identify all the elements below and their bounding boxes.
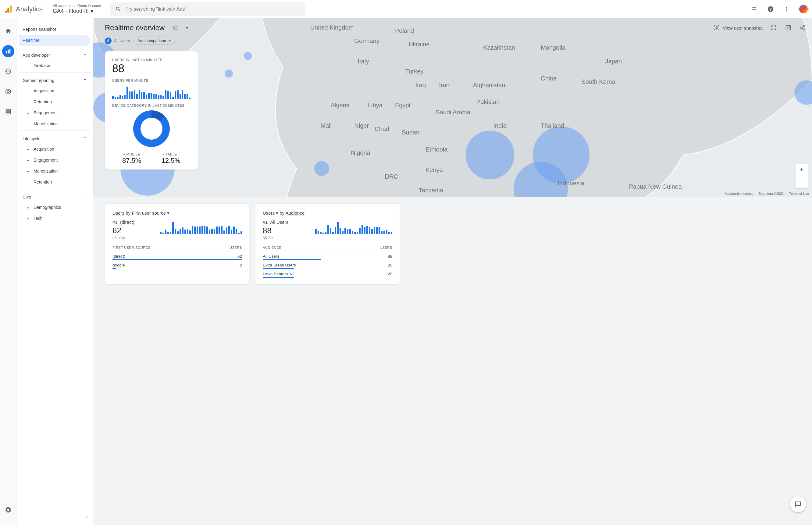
map-shortcuts-link[interactable]: Keyboard shortcuts bbox=[724, 192, 753, 195]
map-label: Afghanistan bbox=[473, 82, 505, 88]
device-mobile-pct: 87.5% bbox=[122, 157, 141, 165]
breadcrumb: All accounts › Demo Account bbox=[53, 4, 101, 8]
search-bar[interactable] bbox=[110, 2, 305, 16]
insights-icon[interactable] bbox=[784, 24, 792, 31]
nav-realtime[interactable]: Realtime bbox=[19, 35, 91, 46]
apps-icon[interactable] bbox=[751, 5, 759, 13]
nav-section-user[interactable]: User⌃ bbox=[19, 189, 91, 202]
table-row[interactable]: Extra Steps Users20 bbox=[263, 260, 392, 269]
svg-rect-6 bbox=[754, 9, 756, 10]
nav-section-games-reporting[interactable]: Games reporting⌃ bbox=[19, 73, 91, 85]
nav-item-retention[interactable]: Retention bbox=[19, 177, 91, 188]
view-user-snapshot-button[interactable]: View user snapshot bbox=[714, 25, 763, 31]
caret-down-icon[interactable]: ▾ bbox=[186, 25, 188, 30]
users-per-min-chart bbox=[112, 85, 190, 99]
map-label: Chad bbox=[374, 125, 389, 132]
svg-rect-18 bbox=[6, 110, 10, 111]
map-label: Kazakhstan bbox=[483, 44, 515, 51]
map-label: Turkey bbox=[405, 68, 423, 75]
source-card-title[interactable]: Users by First user source ▾ bbox=[112, 210, 242, 216]
map-label: Iran bbox=[439, 82, 449, 88]
table-row[interactable]: google2 bbox=[112, 260, 242, 269]
source-rank-value: 62 bbox=[112, 226, 134, 235]
nav-reports-snapshot[interactable]: Reports snapshot bbox=[19, 24, 91, 35]
svg-point-25 bbox=[465, 131, 514, 179]
nav-item-acquisition[interactable]: ▸Acquisition bbox=[19, 144, 91, 154]
svg-rect-14 bbox=[9, 49, 10, 54]
map-label: Italy bbox=[358, 58, 369, 65]
share-icon[interactable] bbox=[799, 24, 807, 31]
search-icon bbox=[115, 6, 121, 12]
source-spark-chart bbox=[140, 220, 242, 234]
map-terms-link[interactable]: Terms of Use bbox=[789, 192, 809, 195]
chevron-up-icon: ⌃ bbox=[83, 195, 87, 199]
home-icon[interactable] bbox=[2, 25, 14, 37]
audience-spark-chart bbox=[294, 220, 392, 234]
nav-item-engagement[interactable]: ▸Engagement bbox=[19, 107, 91, 118]
nav-item-tech[interactable]: ▸Tech bbox=[19, 213, 91, 224]
audience-rank-value: 88 bbox=[263, 226, 288, 235]
svg-point-35 bbox=[804, 25, 805, 27]
nav-item-monetization[interactable]: Monetization bbox=[19, 118, 91, 129]
explore-icon[interactable] bbox=[2, 65, 14, 77]
nav-item-acquisition[interactable]: Acquisition bbox=[19, 85, 91, 96]
svg-point-17 bbox=[7, 90, 9, 92]
chip-letter-icon: A bbox=[105, 38, 111, 44]
logo[interactable]: Analytics bbox=[5, 5, 43, 13]
main-canvas: FinlandSwedenNorwayRussiaUnited KingdomP… bbox=[93, 18, 812, 525]
svg-point-32 bbox=[173, 26, 177, 30]
table-row[interactable]: (direct)62 bbox=[112, 251, 242, 260]
nav-item-monetization[interactable]: ▸Monetization bbox=[19, 166, 91, 177]
nav-item-demographics[interactable]: ▸Demographics bbox=[19, 202, 91, 213]
add-comparison-button[interactable]: Add comparison + bbox=[134, 36, 175, 45]
zoom-in-button[interactable]: + bbox=[796, 164, 808, 176]
audience-card-title[interactable]: Users ▾ by Audience bbox=[263, 210, 392, 216]
nav-section-app-developer[interactable]: App developer⌃ bbox=[19, 47, 91, 60]
map-label: Japan bbox=[606, 58, 622, 65]
table-row[interactable]: Level Beaters_v220 bbox=[263, 269, 392, 278]
search-input[interactable] bbox=[126, 6, 301, 12]
nav-item-engagement[interactable]: ▸Engagement bbox=[19, 154, 91, 166]
svg-point-39 bbox=[798, 505, 798, 505]
advertising-icon[interactable] bbox=[2, 85, 14, 97]
svg-rect-19 bbox=[6, 111, 10, 112]
more-vert-icon[interactable] bbox=[783, 5, 790, 13]
audience-rank-pct: 55.7% bbox=[263, 236, 288, 240]
first-user-source-card: Users by First user source ▾ #1 (direct)… bbox=[105, 204, 250, 284]
account-avatar[interactable] bbox=[799, 4, 808, 14]
zoom-out-button[interactable]: − bbox=[796, 176, 808, 188]
configure-icon[interactable] bbox=[2, 105, 14, 118]
status-ok-icon[interactable] bbox=[170, 22, 181, 33]
feedback-button[interactable] bbox=[790, 496, 806, 512]
property-selector[interactable]: All accounts › Demo Account GA4 - Flood-… bbox=[47, 0, 101, 18]
nav-item-retention[interactable]: Retention bbox=[19, 96, 91, 107]
caret-down-icon: ▾ bbox=[91, 8, 93, 15]
map-label: Egypt bbox=[395, 102, 411, 108]
table-row[interactable]: All Users88 bbox=[263, 251, 392, 260]
help-icon[interactable]: ? bbox=[767, 5, 774, 13]
page-title: Realtime overview bbox=[105, 24, 165, 32]
svg-rect-1 bbox=[7, 8, 9, 13]
map-label: Tanzania bbox=[419, 187, 444, 194]
map-label: Thailand bbox=[541, 122, 564, 129]
realtime-map[interactable]: FinlandSwedenNorwayRussiaUnited KingdomP… bbox=[93, 18, 812, 197]
nav-section-life-cycle[interactable]: Life cycle⌃ bbox=[19, 131, 91, 144]
svg-point-37 bbox=[804, 29, 805, 30]
fullscreen-icon[interactable] bbox=[770, 24, 777, 31]
reports-icon[interactable] bbox=[2, 45, 14, 57]
map-label: Mali bbox=[320, 122, 332, 129]
svg-rect-12 bbox=[6, 51, 7, 54]
map-label: China bbox=[541, 75, 557, 82]
map-label: Ukraine bbox=[409, 41, 429, 48]
svg-rect-3 bbox=[753, 7, 754, 8]
device-donut bbox=[133, 110, 170, 147]
nav-item-firebase[interactable]: Firebase bbox=[19, 60, 91, 71]
settings-icon[interactable] bbox=[2, 504, 14, 516]
map-label: Indonesia bbox=[558, 180, 585, 186]
svg-point-11 bbox=[786, 10, 787, 11]
svg-rect-0 bbox=[10, 5, 12, 13]
chip-all-users[interactable]: A All Users bbox=[105, 38, 130, 44]
map-attributions: Keyboard shortcuts Map data ©2022 Terms … bbox=[724, 192, 809, 195]
collapse-nav-icon[interactable]: ‹ bbox=[86, 513, 88, 520]
map-label: Saudi Arabia bbox=[435, 109, 470, 116]
